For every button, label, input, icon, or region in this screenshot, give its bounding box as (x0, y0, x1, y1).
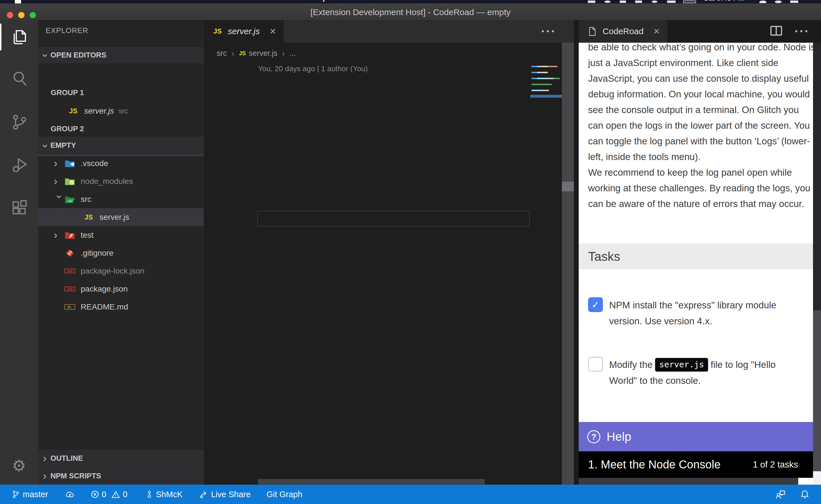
menu-help[interactable]: Help (311, 0, 328, 2)
apple-logo-icon[interactable] (15, 0, 21, 3)
menubar-status-icon[interactable] (775, 1, 782, 3)
feedback-icon[interactable] (775, 490, 786, 499)
editor-group-2-label: GROUP 2 (51, 124, 84, 133)
split-editor-icon[interactable] (770, 25, 783, 37)
menu-terminal[interactable]: Terminal (231, 0, 263, 2)
close-icon[interactable] (653, 27, 660, 36)
live-share-button[interactable]: Live Share (199, 490, 251, 499)
tree-item-src[interactable]: </>src (38, 190, 204, 208)
tab-serverjs[interactable]: server.js (204, 20, 284, 43)
minimap[interactable] (530, 64, 562, 121)
chevron-right-icon (43, 453, 46, 464)
npm-icon: npm (64, 285, 76, 293)
vscode-icon (64, 159, 76, 168)
npm-scripts-section[interactable]: NPM SCRIPTS (38, 467, 204, 485)
menubar-status-icon[interactable] (652, 1, 658, 3)
more-actions-icon[interactable] (795, 24, 810, 38)
src-icon: </> (64, 195, 76, 204)
breadcrumb-file[interactable]: server.js (249, 49, 277, 58)
lesson-text: be able to check what’s going on in your… (588, 43, 816, 212)
checkbox-checked[interactable] (588, 297, 603, 312)
menubar-status-icon[interactable] (667, 1, 676, 3)
settings-gear-icon[interactable]: ⚙ (0, 450, 38, 481)
webview-bottom-strip (579, 478, 813, 485)
tasks-section-header: Tasks (579, 243, 813, 269)
menubar-status-icon[interactable] (790, 1, 798, 3)
open-editor-serverjs[interactable]: server.js src (38, 102, 204, 120)
source-control-icon[interactable] (0, 106, 38, 138)
editor-group-1-label: GROUP 1 (51, 88, 84, 97)
svg-text:</>: </> (68, 199, 72, 202)
lesson-progress: 1 of 2 tasks (753, 460, 798, 470)
warnings-icon (111, 490, 120, 498)
tab-bar: CodeRoad (574, 20, 821, 43)
tree-item-label: server.js (99, 213, 129, 222)
close-icon[interactable] (270, 27, 276, 36)
activity-bar: ⚙ (0, 20, 38, 485)
run-debug-icon[interactable] (0, 149, 38, 180)
menubar-status-icon[interactable] (759, 1, 766, 3)
person-icon (146, 490, 152, 499)
js-file-icon (67, 107, 79, 115)
tree-item-label: src (81, 195, 91, 204)
chevron-right-icon (54, 230, 64, 240)
menubar-status-icon[interactable] (604, 1, 610, 3)
scrollbar-handle[interactable] (813, 43, 821, 310)
problems-status[interactable]: 0 0 (91, 490, 127, 499)
publish-changes-button[interactable] (65, 490, 75, 498)
menu-run[interactable]: Run (203, 0, 218, 2)
checkbox-unchecked[interactable] (588, 357, 603, 372)
menubar-status-icon[interactable] (588, 1, 595, 3)
tree-item-server.js[interactable]: server.js (38, 208, 204, 226)
webview-scrollbar[interactable] (813, 43, 821, 485)
menubar-status-icon[interactable] (635, 1, 642, 3)
menu-view[interactable]: View (155, 0, 172, 2)
tree-item-README.md[interactable]: M↓README.md (38, 298, 204, 316)
gitlens-blame-annotation[interactable]: You, 20 days ago | 1 author (You) (258, 64, 368, 73)
menu-file[interactable]: File (61, 0, 74, 2)
task-item: Modify the server.js file to log "Hello … (588, 357, 806, 389)
live-share-user[interactable]: ShMcK (146, 490, 182, 499)
menu-edit[interactable]: Edit (85, 0, 99, 2)
extensions-icon[interactable] (0, 192, 38, 224)
menu-code[interactable]: Code (32, 0, 51, 2)
tree-item-.vscode[interactable]: .vscode (38, 154, 204, 172)
title-bar: [Extension Development Host] - CodeRoad … (0, 3, 821, 20)
menubar-status-icon[interactable] (620, 1, 626, 3)
menu-window[interactable]: Window (271, 0, 301, 2)
breadcrumb-folder[interactable]: src (217, 49, 227, 58)
search-icon[interactable] (0, 63, 38, 94)
open-editors-header[interactable]: OPEN EDITORS (38, 46, 204, 63)
menu-selection[interactable]: Selection (111, 0, 145, 2)
tree-item-test[interactable]: test (38, 226, 204, 244)
svg-text:npm: npm (67, 287, 73, 291)
git-graph-button[interactable]: Git Graph (267, 490, 303, 499)
tree-item-node_modules[interactable]: jsnode_modules (38, 172, 204, 190)
tree-item-label: .vscode (81, 159, 108, 168)
horizontal-scrollbar[interactable] (258, 479, 485, 484)
git-branch-status[interactable]: master (12, 490, 48, 499)
outline-section[interactable]: OUTLINE (38, 449, 204, 467)
explorer-icon[interactable] (0, 21, 38, 53)
chevron-down-icon (40, 144, 50, 147)
chevron-right-icon (54, 158, 64, 169)
tree-item-package-lock.json[interactable]: npmpackage-lock.json (38, 262, 204, 280)
breadcrumb-symbol[interactable]: ... (289, 49, 296, 58)
webview-file-icon (586, 27, 598, 36)
scrollbar-handle[interactable] (562, 182, 574, 191)
tab-coderoad[interactable]: CodeRoad (579, 20, 667, 43)
bell-icon[interactable] (800, 490, 809, 499)
lesson-title: 1. Meet the Node Console (588, 458, 721, 471)
vscode-window: CodeFileEditSelectionViewGoRunTerminalWi… (0, 0, 821, 504)
help-button[interactable]: Help (579, 422, 813, 451)
tab-bar: server.js (204, 20, 574, 43)
chevron-right-icon (282, 48, 285, 58)
share-arrow-icon (199, 490, 208, 499)
editor-scrollbar-track[interactable] (562, 43, 574, 485)
explorer-title: EXPLORER (46, 26, 88, 35)
folder-section-header[interactable]: EMPTY (38, 136, 204, 154)
more-actions-icon[interactable] (541, 24, 556, 38)
menu-go[interactable]: Go (184, 0, 195, 2)
tree-item-.gitignore[interactable]: .gitignore (38, 244, 204, 262)
tree-item-package.json[interactable]: npmpackage.json (38, 280, 204, 298)
